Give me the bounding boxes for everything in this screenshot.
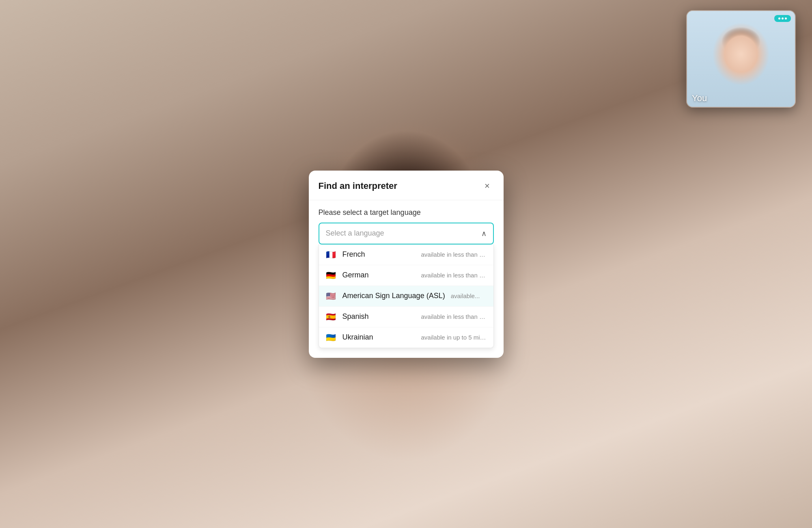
chevron-up-icon: ∧ bbox=[481, 229, 487, 238]
language-item-french[interactable]: 🇫🇷Frenchavailable in less than 30 second… bbox=[319, 245, 493, 265]
modal-body: Please select a target language Select a… bbox=[309, 200, 504, 358]
language-availability: available in less than 30 seconds bbox=[421, 272, 487, 279]
modal-subtitle: Please select a target language bbox=[319, 208, 494, 217]
language-name: German bbox=[342, 271, 416, 279]
language-availability: available in up to 5 minutes bbox=[421, 334, 487, 341]
language-name: American Sign Language (ASL) bbox=[342, 292, 445, 300]
modal-overlay: Find an interpreter × Please select a ta… bbox=[0, 0, 812, 528]
modal-title: Find an interpreter bbox=[319, 181, 397, 191]
flag-usa: 🇺🇸 bbox=[325, 292, 337, 301]
language-item-american-sign-language-(asl)[interactable]: 🇺🇸American Sign Language (ASL)available.… bbox=[319, 286, 493, 307]
language-item-ukrainian[interactable]: 🇺🇦Ukrainianavailable in up to 5 minutes bbox=[319, 327, 493, 348]
language-item-spanish[interactable]: 🇪🇸Spanishavailable in less than 30 secon… bbox=[319, 307, 493, 327]
flag-france: 🇫🇷 bbox=[325, 250, 337, 259]
flag-germany: 🇩🇪 bbox=[325, 271, 337, 280]
select-placeholder: Select a language bbox=[326, 229, 384, 238]
language-name: Spanish bbox=[342, 312, 416, 321]
flag-spain: 🇪🇸 bbox=[325, 312, 337, 321]
language-availability: available... bbox=[451, 292, 487, 299]
modal-close-button[interactable]: × bbox=[481, 180, 494, 193]
flag-ukraine: 🇺🇦 bbox=[325, 333, 337, 342]
language-item-german[interactable]: 🇩🇪Germanavailable in less than 30 second… bbox=[319, 265, 493, 286]
language-availability: available in less than 30 seconds bbox=[421, 251, 487, 258]
language-availability: available in less than 30 seconds bbox=[421, 313, 487, 320]
modal-header: Find an interpreter × bbox=[309, 171, 504, 200]
interpreter-modal: Find an interpreter × Please select a ta… bbox=[309, 171, 504, 358]
language-name: French bbox=[342, 250, 416, 259]
language-dropdown: 🇫🇷Frenchavailable in less than 30 second… bbox=[319, 245, 494, 348]
language-name: Ukrainian bbox=[342, 333, 416, 342]
language-select[interactable]: Select a language ∧ bbox=[319, 223, 494, 245]
